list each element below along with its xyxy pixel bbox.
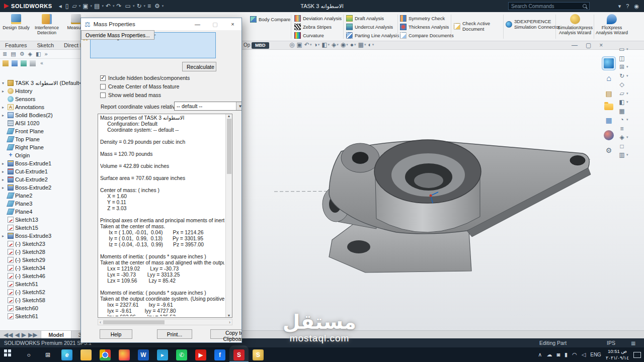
view-settings-icon[interactable]: ◐ <box>368 42 371 48</box>
display-manager-tab-icon[interactable]: ◧ <box>36 51 41 57</box>
section-view-icon[interactable]: ◑ <box>313 42 317 48</box>
back-arrow-icon[interactable]: ◂ <box>57 3 63 10</box>
tree-item[interactable]: Plane3 <box>0 200 81 208</box>
undercut-analysis-button[interactable]: Undercut Analysis <box>346 24 393 30</box>
onedrive-icon[interactable]: ☁ <box>546 352 552 357</box>
deviation-analysis-button[interactable]: Deviation Analysis <box>294 15 342 22</box>
design-library-icon[interactable]: ▤ <box>604 88 614 99</box>
dropdown-caret-icon[interactable]: ▾ <box>364 43 366 47</box>
tree-root-item[interactable]: ▾ TASK 3 الاسطوانه (Default<<De <box>0 79 81 87</box>
dropdown-caret-icon[interactable]: ▾ <box>346 43 348 47</box>
dropdown-caret-icon[interactable]: ▾ <box>133 4 135 8</box>
tree-item[interactable]: ▸Cut-Extrude2 <box>0 175 81 184</box>
solidworks-rx-icon[interactable]: S <box>253 349 264 360</box>
search-button[interactable]: ○ <box>23 349 34 360</box>
viewport-tool-icon[interactable]: ⊞ <box>618 64 626 70</box>
collapse-pane-chevron-icon[interactable]: « <box>39 60 45 66</box>
expand-arrow-icon[interactable]: ▸ <box>2 113 6 118</box>
appearances-icon[interactable] <box>604 130 614 140</box>
previous-view-icon[interactable]: ↶ <box>304 42 309 48</box>
custom-properties-icon[interactable]: ⚙ <box>604 145 614 155</box>
tree-item[interactable]: (-) Sketch46 <box>0 272 81 280</box>
solidworks-resources-icon[interactable]: ⌂ <box>604 73 614 83</box>
expand-arrow-icon[interactable]: ▸ <box>2 169 6 174</box>
tree-item[interactable]: ▸Solid Bodies(2) <box>0 111 81 119</box>
scroll-right-icon[interactable]: › <box>229 320 230 325</box>
coordinate-system-dropdown[interactable]: -- default -- ▼ <box>174 102 242 111</box>
task-view-button[interactable]: ⊞ <box>42 349 53 360</box>
display-style-icon[interactable]: ◈ <box>332 42 336 48</box>
facebook-icon[interactable]: f <box>214 349 225 360</box>
3dexperience-icon[interactable] <box>604 58 614 68</box>
scroll-down-icon[interactable]: ▼ <box>227 314 231 317</box>
tree-item[interactable]: Sensors <box>0 95 81 103</box>
telegram-icon[interactable]: ▸ <box>157 349 168 360</box>
dropdown-caret-icon[interactable]: ▾ <box>102 4 104 8</box>
tree-item[interactable]: Right Plane <box>0 143 81 151</box>
expand-arrow-icon[interactable]: ▸ <box>2 89 6 94</box>
recalculate-button[interactable]: Recalculate <box>182 62 216 71</box>
expand-arrow-icon[interactable]: ▸ <box>2 161 6 166</box>
command-search-input[interactable]: Search Commands <box>508 2 590 10</box>
first-model-tab-icon[interactable]: ◀◀ <box>4 332 13 338</box>
tree-item[interactable]: ▸Boss-Extrude1 <box>0 159 81 167</box>
dropdown-caret-icon[interactable]: ▾ <box>328 43 330 47</box>
copy-to-clipboard-button[interactable]: Copy to Clipboard <box>210 329 242 339</box>
hidden-icons-button[interactable]: ∧ <box>538 352 542 357</box>
next-model-tab-icon[interactable]: ▶ <box>22 332 26 338</box>
checkbox-icon[interactable] <box>100 84 106 89</box>
print-icon[interactable]: ▤ <box>93 3 101 10</box>
volume-icon[interactable]: ◁ <box>582 352 586 357</box>
dropdown-caret-icon[interactable]: ▾ <box>143 4 145 8</box>
tree-item[interactable]: ▸Boss-Extrude2 <box>0 184 81 192</box>
help-icon[interactable]: ? <box>626 4 629 9</box>
dropdown-caret-icon[interactable]: ▼ <box>236 102 242 110</box>
dropdown-caret-icon[interactable]: ▾ <box>626 100 628 104</box>
dropdown-caret-icon[interactable]: ▾ <box>310 43 312 47</box>
firefox-icon[interactable] <box>119 349 130 360</box>
dropdown-caret-icon[interactable]: ▾ <box>372 43 374 47</box>
dropdown-caret-icon[interactable]: ▾ <box>626 153 628 157</box>
dropdown-caret-icon[interactable]: ▾ <box>318 43 320 47</box>
zoom-fit-icon[interactable]: ◎ <box>289 42 294 48</box>
tree-item[interactable]: Plane4 <box>0 208 81 216</box>
search-scope-caret-icon[interactable]: ▾ <box>618 4 621 9</box>
open-document-icon[interactable]: ▱ <box>70 3 78 10</box>
taskbar-clock[interactable]: 10:51 ص ٢٠٢١/٠٩/١٤ <box>606 348 629 361</box>
expand-arrow-icon[interactable]: ▸ <box>2 177 6 182</box>
whatsapp-icon[interactable]: ✆ <box>176 349 187 360</box>
dropdown-caret-icon[interactable]: ▾ <box>626 118 628 122</box>
tree-item[interactable]: (-) Sketch52 <box>0 288 81 296</box>
window-minimize-icon[interactable]: — <box>572 42 578 48</box>
dialog-title-bar[interactable]: ⚖ Mass Properties — ▢ × <box>81 18 242 30</box>
unit-system-badge[interactable]: IPS <box>607 340 615 346</box>
thickness-analysis-button[interactable]: Thickness Analysis <box>400 24 449 30</box>
tree-filter-icon[interactable] <box>3 60 9 66</box>
language-indicator[interactable]: ENG <box>590 352 601 357</box>
help-button[interactable]: Help <box>100 329 132 339</box>
zoom-area-icon[interactable]: ▣ <box>296 42 302 48</box>
hide-show-items-icon[interactable]: ◉ <box>341 42 346 48</box>
tree-item[interactable]: (-) Sketch28 <box>0 248 81 256</box>
property-manager-tab-icon[interactable]: ▤ <box>11 51 16 57</box>
options-icon[interactable]: ⚙ <box>153 3 162 10</box>
scroll-up-icon[interactable]: ▲ <box>227 114 231 118</box>
simulationxpress-wizard-button[interactable]: SimulationXpress Analysis Wizard <box>558 14 592 36</box>
battery-icon[interactable]: ▮ <box>565 352 568 357</box>
interference-detection-button[interactable]: Interference Detection <box>31 14 62 36</box>
tree-item[interactable]: (-) Sketch58 <box>0 296 81 304</box>
checkbox-icon[interactable] <box>100 75 106 81</box>
viewport-tool-icon[interactable]: ◈ <box>618 134 626 140</box>
chrome-icon[interactable] <box>100 349 111 360</box>
dropdown-caret-icon[interactable]: ▾ <box>626 135 628 139</box>
horizontal-scrollbar[interactable]: ‹ › <box>98 319 232 325</box>
view-palette-icon[interactable]: ▦ <box>604 115 614 125</box>
viewport-tool-icon[interactable]: ≡ <box>618 126 626 132</box>
viewport-tool-icon[interactable]: ▱ <box>618 90 626 97</box>
file-properties-icon[interactable]: ≡ <box>146 3 152 10</box>
override-mass-properties-button[interactable]: Override Mass Properties... <box>81 30 154 40</box>
select-icon[interactable]: ▭ <box>124 3 132 10</box>
tree-item[interactable]: AISI 1020 <box>0 119 81 127</box>
model-tab[interactable]: Model <box>41 331 71 338</box>
body-compare-button[interactable]: Body Compare <box>250 16 290 23</box>
